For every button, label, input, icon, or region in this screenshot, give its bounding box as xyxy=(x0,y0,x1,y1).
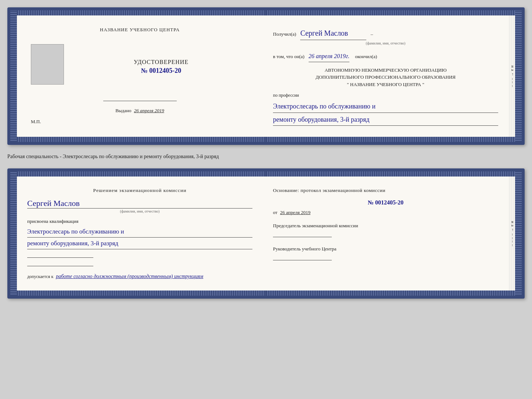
resheniem-label: Решением экзаменационной комиссии xyxy=(27,188,252,193)
profession-line1: Электрослесарь по обслуживанию и xyxy=(273,101,498,113)
photo-placeholder xyxy=(31,44,64,85)
vtom-line: в том, что он(а) 26 апреля 2019г. окончи… xyxy=(273,51,498,62)
person-name-2: Сергей Маслов xyxy=(27,199,252,209)
cert-book-inner-2: Решением экзаменационной комиссии Сергей… xyxy=(17,171,515,296)
cert-book-content-1: НАЗВАНИЕ УЧЕБНОГО ЦЕНТРА УДОСТОВЕРЕНИЕ №… xyxy=(17,15,515,137)
sig-line-left-2 xyxy=(27,266,93,266)
predsedatel-label: Председатель экзаменационной комиссии xyxy=(273,223,498,229)
right-side-letters-1: и а ← – – – xyxy=(508,15,515,137)
certificate-book-1: НАЗВАНИЕ УЧЕБНОГО ЦЕНТРА УДОСТОВЕРЕНИЕ №… xyxy=(7,7,525,145)
ot-date: от 26 апреля 2019 xyxy=(273,210,498,215)
right-stripe-1 xyxy=(515,10,522,142)
ot-date-value: 26 апреля 2019 xyxy=(280,210,310,215)
sig-line-right-2 xyxy=(273,260,332,260)
fio-hint-2: (фамилия, имя, отчество) xyxy=(27,209,252,213)
bottom-stripe-1 xyxy=(17,137,515,142)
top-stripe-2 xyxy=(17,171,515,177)
school-name-1: НАЗВАНИЕ УЧЕБНОГО ЦЕНТРА xyxy=(100,26,180,33)
prot-number: № 0012405-20 xyxy=(273,199,498,206)
kvalif-line1: Электрослесарь по обслуживанию и xyxy=(27,227,252,238)
bottom-stripe-2 xyxy=(17,291,515,296)
cert-number-1: № 0012405-20 xyxy=(141,67,181,75)
recipient-name-1: Сергей Маслов xyxy=(300,26,366,40)
vtom-prefix: в том, что он(а) xyxy=(273,54,305,59)
vydano-date-1: 26 апреля 2019 xyxy=(134,108,164,113)
cert-book-inner-1: НАЗВАНИЕ УЧЕБНОГО ЦЕНТРА УДОСТОВЕРЕНИЕ №… xyxy=(17,10,515,142)
sig-line-right-1 xyxy=(273,237,332,237)
mp-label-1: М.П. xyxy=(31,119,41,125)
prisvoena-label: присвоена квалификация xyxy=(27,218,252,224)
dopuskaetsya-block: допускается к работе согласно должностны… xyxy=(27,274,252,279)
certificate-book-2: Решением экзаменационной комиссии Сергей… xyxy=(7,168,525,299)
sig-line-left-1 xyxy=(27,257,93,258)
left-stripe xyxy=(10,10,17,142)
fio-hint-1: (фамилия, имя, отчество) xyxy=(273,40,498,47)
org-line2: ДОПОЛНИТЕЛЬНОГО ПРОФЕССИОНАЛЬНОГО ОБРАЗО… xyxy=(273,74,498,81)
sig-area-left-1 xyxy=(27,257,252,266)
org-line1: АВТОНОМНУЮ НЕКОММЕРЧЕСКУЮ ОРГАНИЗАЦИЮ xyxy=(273,67,498,74)
between-text: Рабочая специальность - Электрослесарь п… xyxy=(7,152,525,162)
right-stripe-2 xyxy=(515,171,522,296)
rukovoditel-label: Руководитель учебного Центра xyxy=(273,246,498,252)
udostoverenie-label: УДОСТОВЕРЕНИЕ xyxy=(134,59,188,65)
profession-line2: ремонту оборудования, 3-й разряд xyxy=(273,114,498,126)
cert2-right-panel: Основание: протокол экзаменационной коми… xyxy=(263,177,508,291)
number-prefix-1: № xyxy=(141,67,148,74)
page-wrapper: НАЗВАНИЕ УЧЕБНОГО ЦЕНТРА УДОСТОВЕРЕНИЕ №… xyxy=(7,7,525,299)
org-line3: " НАЗВАНИЕ УЧЕБНОГО ЦЕНТРА " xyxy=(273,81,498,88)
vydano-1: Выдано 26 апреля 2019 xyxy=(115,108,164,114)
poluchil-prefix: Получил(а) xyxy=(273,31,296,37)
dopusk-text: работе согласно должностным (производств… xyxy=(56,274,203,279)
poluchil-line: Получил(а) Сергей Маслов – (фамилия, имя… xyxy=(273,26,498,47)
number-value-1: 0012405-20 xyxy=(149,67,181,74)
vtom-date: 26 апреля 2019г. xyxy=(309,51,349,62)
osnovanie-label: Основание: протокол экзаменационной коми… xyxy=(273,188,498,193)
vydano-label-1: Выдано xyxy=(115,108,131,113)
top-stripe-1 xyxy=(17,10,515,15)
dash-1: – xyxy=(371,31,373,37)
po-professii: по профессии xyxy=(273,92,498,100)
org-block: АВТОНОМНУЮ НЕКОММЕРЧЕСКУЮ ОРГАНИЗАЦИЮ ДО… xyxy=(273,67,498,88)
left-stripe-2 xyxy=(10,171,17,296)
cert1-right-panel: Получил(а) Сергей Маслов – (фамилия, имя… xyxy=(263,15,508,137)
dopuskaetsya-label: допускается к xyxy=(27,274,53,279)
signature-line-1 xyxy=(103,101,177,101)
right-side-letters-2: и а ← – – – – xyxy=(508,177,515,291)
kvalif-line2: ремонту оборудования, 3-й разряд xyxy=(27,238,252,249)
cert-book-content-2: Решением экзаменационной комиссии Сергей… xyxy=(17,177,515,291)
cert1-left-panel: НАЗВАНИЕ УЧЕБНОГО ЦЕНТРА УДОСТОВЕРЕНИЕ №… xyxy=(17,15,263,137)
cert2-left-panel: Решением экзаменационной комиссии Сергей… xyxy=(17,177,263,291)
okончил: окончил(а) xyxy=(355,54,377,59)
ot-label: от xyxy=(273,210,277,215)
